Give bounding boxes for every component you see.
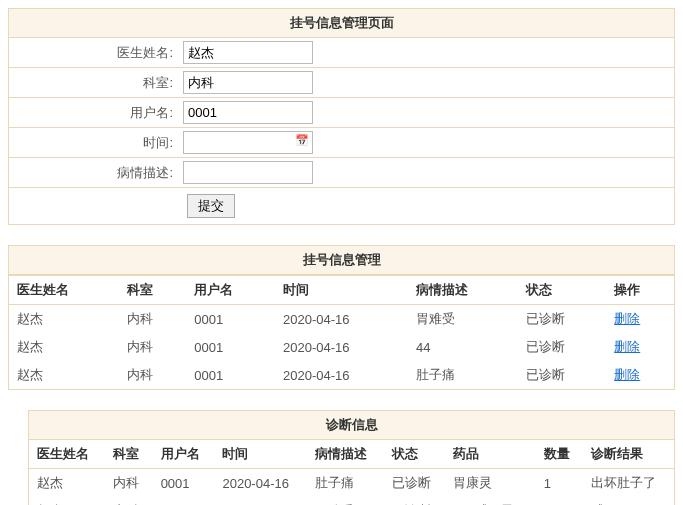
cell: 胃康灵: [445, 469, 535, 498]
col-header: 数量: [536, 440, 583, 469]
delete-link[interactable]: 删除: [614, 339, 640, 354]
col-header: 医生姓名: [29, 440, 105, 469]
col-header: 病情描述: [307, 440, 383, 469]
cell: 1: [536, 497, 583, 505]
cell: 内科: [119, 305, 187, 334]
input-time[interactable]: [183, 131, 313, 154]
cell: 0001: [186, 305, 275, 334]
label-doctor: 医生姓名:: [9, 44, 179, 62]
cell: 0001: [186, 361, 275, 389]
cell: 内科: [119, 333, 187, 361]
delete-link[interactable]: 删除: [614, 367, 640, 382]
submit-button[interactable]: 提交: [187, 194, 235, 218]
cell: 已诊断: [518, 361, 607, 389]
cell: 2020-04-16: [275, 361, 408, 389]
col-header: 医生姓名: [9, 276, 119, 305]
label-desc: 病情描述:: [9, 164, 179, 182]
diagnosis-table: 医生姓名科室用户名时间病情描述状态药品数量诊断结果 赵杰内科00012020-0…: [29, 440, 674, 505]
table-row: 赵杰内科00012020-04-16胃难受已诊断999感冒灵·1感冒了: [29, 497, 674, 505]
cell: 肚子痛: [307, 469, 383, 498]
cell: 2020-04-16: [214, 469, 307, 498]
label-user: 用户名:: [9, 104, 179, 122]
col-header: 操作: [606, 276, 674, 305]
col-header: 药品: [445, 440, 535, 469]
cell: 999感冒灵·: [445, 497, 535, 505]
cell: 赵杰: [29, 497, 105, 505]
cell: 赵杰: [9, 305, 119, 334]
cell: 2020-04-16: [275, 305, 408, 334]
cell: 2020-04-16: [275, 333, 408, 361]
label-dept: 科室:: [9, 74, 179, 92]
table-row: 赵杰内科00012020-04-16胃难受已诊断删除: [9, 305, 674, 334]
row-time: 时间: 📅: [9, 128, 674, 158]
cell: 感冒了: [583, 497, 674, 505]
col-header: 时间: [214, 440, 307, 469]
cell: 已诊断: [384, 497, 446, 505]
col-header: 科室: [119, 276, 187, 305]
cell: 44: [408, 333, 518, 361]
col-header: 用户名: [153, 440, 215, 469]
cell: 赵杰: [9, 333, 119, 361]
registration-form-panel: 挂号信息管理页面 医生姓名: 科室: 用户名: 时间: 📅 病情描述: 提交: [8, 8, 675, 225]
input-dept[interactable]: [183, 71, 313, 94]
cell: 内科: [119, 361, 187, 389]
cell: 0001: [186, 333, 275, 361]
cell: 已诊断: [518, 333, 607, 361]
col-header: 用户名: [186, 276, 275, 305]
cell: 已诊断: [518, 305, 607, 334]
cell: 赵杰: [9, 361, 119, 389]
cell: 出坏肚子了: [583, 469, 674, 498]
delete-link[interactable]: 删除: [614, 311, 640, 326]
cell: 0001: [153, 497, 215, 505]
input-user[interactable]: [183, 101, 313, 124]
col-header: 时间: [275, 276, 408, 305]
input-desc[interactable]: [183, 161, 313, 184]
col-header: 状态: [384, 440, 446, 469]
diag-title: 诊断信息: [29, 411, 674, 440]
cell: 胃难受: [408, 305, 518, 334]
row-desc: 病情描述:: [9, 158, 674, 188]
form-title: 挂号信息管理页面: [9, 9, 674, 38]
registration-table: 医生姓名科室用户名时间病情描述状态操作 赵杰内科00012020-04-16胃难…: [9, 275, 674, 389]
row-dept: 科室:: [9, 68, 674, 98]
label-time: 时间:: [9, 134, 179, 152]
table-row: 赵杰内科00012020-04-16肚子痛已诊断胃康灵1出坏肚子了: [29, 469, 674, 498]
cell: 内科: [105, 469, 152, 498]
row-user: 用户名:: [9, 98, 674, 128]
list-title: 挂号信息管理: [9, 246, 674, 275]
table-row: 赵杰内科00012020-04-1644已诊断删除: [9, 333, 674, 361]
cell: 赵杰: [29, 469, 105, 498]
col-header: 科室: [105, 440, 152, 469]
input-doctor[interactable]: [183, 41, 313, 64]
row-doctor: 医生姓名:: [9, 38, 674, 68]
row-submit: 提交: [9, 188, 674, 224]
table-row: 赵杰内科00012020-04-16肚子痛已诊断删除: [9, 361, 674, 389]
cell: 已诊断: [384, 469, 446, 498]
diagnosis-panel: 诊断信息 医生姓名科室用户名时间病情描述状态药品数量诊断结果 赵杰内科00012…: [28, 410, 675, 505]
cell: 胃难受: [307, 497, 383, 505]
cell: 1: [536, 469, 583, 498]
cell: 肚子痛: [408, 361, 518, 389]
col-header: 状态: [518, 276, 607, 305]
col-header: 病情描述: [408, 276, 518, 305]
cell: 内科: [105, 497, 152, 505]
col-header: 诊断结果: [583, 440, 674, 469]
cell: 2020-04-16: [214, 497, 307, 505]
cell: 0001: [153, 469, 215, 498]
registration-list-panel: 挂号信息管理 医生姓名科室用户名时间病情描述状态操作 赵杰内科00012020-…: [8, 245, 675, 390]
